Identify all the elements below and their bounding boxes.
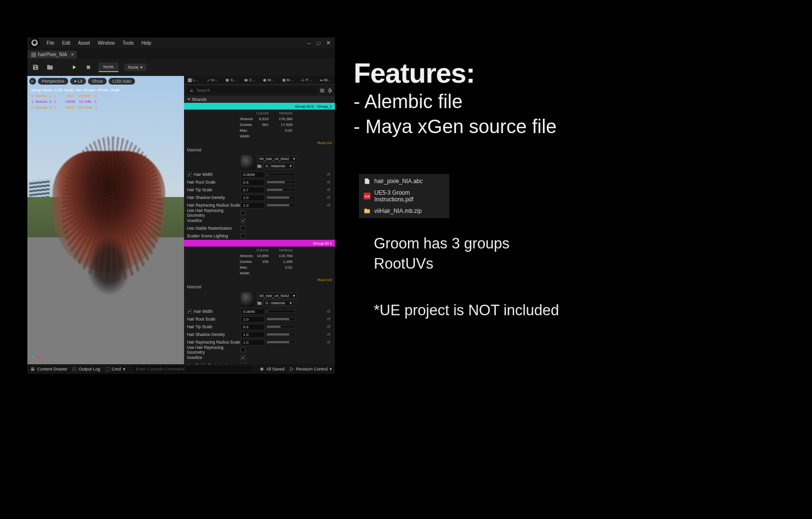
details-panel: L… In… S… C… M… M… P… Bi… Search Strands… [184,76,335,364]
close-icon[interactable]: ✕ [324,39,332,47]
dtab-meshes[interactable]: M… [259,76,278,85]
slider[interactable] [267,310,295,313]
cmd-button[interactable]: Cmd ▾ [105,367,125,371]
slider[interactable] [267,204,295,207]
viewport-menu-icon[interactable]: ≡ [29,78,36,85]
menu-window[interactable]: Window [94,40,119,46]
material-slot: MI_hair_v4_NIA2▾ 0 - Material▾ [184,291,335,308]
vp-lit[interactable]: ● Lit [70,78,86,85]
content-drawer-button[interactable]: Content Drawer [30,367,67,371]
console-input[interactable]: Enter Console Command [133,366,252,372]
slider[interactable] [267,325,295,328]
reset-icon[interactable]: ↺ [325,187,332,192]
slider[interactable] [267,333,295,336]
checkbox[interactable] [241,355,246,360]
number-input[interactable]: 0.7 [241,187,265,193]
group-stats: CurvesVertices Strands14,899119,700 Guid… [184,247,335,277]
menu-edit[interactable]: Edit [58,40,74,46]
material-picker[interactable]: MI_hair_v4_NIA2▾ [257,293,297,299]
number-input[interactable]: 1.0 [241,202,265,209]
number-input[interactable]: 0.0098 [241,172,265,178]
viewport[interactable]: ≡ Perspective ● Lit Show LOD Auto Group … [27,76,184,364]
revision-control-button[interactable]: Revision Control ▾ [289,367,332,371]
slider[interactable] [267,318,295,321]
dtab-materials[interactable]: M… [278,76,297,85]
vp-lod-auto[interactable]: LOD Auto [109,78,135,85]
prop-row: Use Stable Rasterization [184,224,335,232]
dtab-cards[interactable]: C… [241,76,259,85]
maximize-icon[interactable]: □ [315,39,322,47]
number-input[interactable]: 1.0 [241,316,265,322]
reset-icon[interactable]: ↺ [325,340,332,345]
number-input[interactable]: 0.0098 [241,309,265,315]
browse-asset-icon[interactable] [257,301,262,306]
slider[interactable] [267,188,295,191]
dtab-strands[interactable]: S… [222,76,241,85]
checkbox[interactable] [187,172,192,177]
number-input[interactable]: 1.0 [241,332,265,338]
menu-asset[interactable]: Asset [74,40,94,46]
dtab-physics[interactable]: P… [297,76,316,85]
vp-show[interactable]: Show [88,78,107,85]
slider[interactable] [267,341,295,344]
checkbox[interactable] [241,363,246,364]
reset-icon[interactable]: ↺ [325,172,332,177]
tab-label: hairPixie_NIA [38,52,67,57]
section-strands[interactable]: Strands [184,96,335,103]
status-bar: Content Drawer Output Log Cmd ▾ Enter Co… [27,364,335,374]
material-thumbnail[interactable] [241,292,255,307]
browse-icon[interactable] [46,63,54,72]
dtab-lods[interactable]: L… [184,76,203,85]
checkbox[interactable] [241,226,246,231]
checkbox[interactable] [241,234,246,238]
reset-icon[interactable]: ↺ [325,309,332,314]
dtab-interpolation[interactable]: In… [203,76,221,85]
slider[interactable] [267,196,295,199]
reset-icon[interactable]: ↺ [325,195,332,200]
svg-rect-0 [188,78,192,82]
filter-icon[interactable] [320,88,325,93]
menu-tools[interactable]: Tools [119,40,137,46]
menu-help[interactable]: Help [137,40,155,46]
save-icon[interactable] [31,63,40,72]
checkbox[interactable] [241,347,246,352]
play-icon[interactable] [70,63,78,72]
number-input[interactable]: 0.6 [241,324,265,330]
checkbox[interactable] [241,210,246,215]
close-tab-icon[interactable]: × [71,52,74,57]
search-input[interactable]: Search [187,86,318,94]
slider[interactable] [267,181,295,184]
prop-row: Use Hair Raytracing Geometry [184,209,335,217]
number-input[interactable]: 0.8 [241,179,265,185]
stop-icon[interactable] [84,63,93,72]
svg-point-3 [282,78,285,81]
preview-mode-none[interactable]: None [98,62,119,72]
reset-icon[interactable]: ↺ [325,324,332,329]
vp-perspective[interactable]: Perspective [38,78,68,85]
menu-file[interactable]: File [43,40,58,46]
minimize-icon[interactable]: – [305,39,313,47]
settings-icon[interactable] [327,88,332,93]
dtab-binding[interactable]: Bi… [316,76,335,85]
group-header-1[interactable]: Group ID 1 [184,240,335,247]
output-log-button[interactable]: Output Log [72,367,100,371]
slider[interactable] [267,173,295,176]
material-slot-picker[interactable]: 0 - Material▾ [263,300,294,306]
reset-icon[interactable]: ↺ [325,203,332,208]
reset-icon[interactable]: ↺ [325,317,332,321]
file-preview-list: hair_pixie_NIA.abc PDF UE5-3 Groom Instr… [359,174,449,218]
file-label: viiHair_NIA.mb.zip [374,208,422,214]
number-input[interactable]: 1.0 [241,195,265,201]
preview-dropdown[interactable]: None▾ [124,63,147,71]
checkbox[interactable] [187,309,192,314]
group-header-0[interactable]: Group ID 0 - Group_1 [184,103,335,110]
reset-icon[interactable]: ↺ [325,332,332,337]
material-thumbnail[interactable] [241,155,255,170]
tab-hairpixie[interactable]: hairPixie_NIA × [27,50,77,59]
number-input[interactable]: 1.0 [241,339,265,346]
material-slot-picker[interactable]: 0 - Material▾ [263,163,294,169]
browse-asset-icon[interactable] [257,164,262,169]
reset-icon[interactable]: ↺ [325,180,332,185]
material-picker[interactable]: MI_hair_v4_NIA2▾ [257,156,297,162]
checkbox[interactable] [241,218,246,223]
